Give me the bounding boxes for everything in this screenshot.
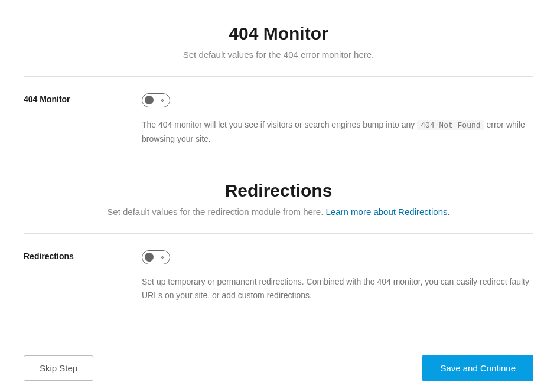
save-continue-button[interactable]: Save and Continue [422,355,533,381]
option-help-redirections: Set up temporary or permanent redirectio… [142,275,532,302]
section-desc-redirections: Set default values for the redirection m… [24,207,533,217]
toggle-redirections[interactable] [142,250,170,264]
learn-more-redirections-link[interactable]: Learn more about Redirections. [326,207,450,217]
option-label-404-monitor: 404 Monitor [24,93,142,145]
toggle-404-monitor[interactable] [142,93,170,107]
section-desc-404: Set default values for the 404 error mon… [24,50,533,60]
section-404-monitor: 404 Monitor Set default values for the 4… [24,24,533,145]
section-redirections: Redirections Set default values for the … [24,181,533,302]
option-row-404-monitor: 404 Monitor The 404 monitor will let you… [24,77,533,145]
section-title-redirections: Redirections [24,181,533,201]
option-row-redirections: Redirections Set up temporary or permane… [24,234,533,302]
skip-step-button[interactable]: Skip Step [24,355,93,381]
section-title-404: 404 Monitor [24,24,533,44]
section-header-redirections: Redirections Set default values for the … [24,181,533,217]
option-label-redirections: Redirections [24,250,142,302]
option-help-404-monitor: The 404 monitor will let you see if visi… [142,118,532,145]
footer: Skip Step Save and Continue [0,344,557,392]
code-404-not-found: 404 Not Found [417,120,484,130]
section-header-404: 404 Monitor Set default values for the 4… [24,24,533,60]
